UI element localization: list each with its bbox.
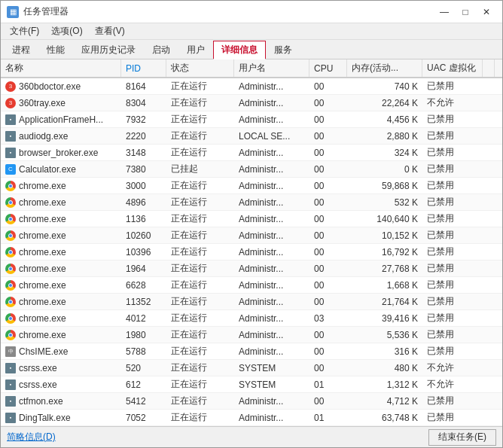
tab-app-history[interactable]: 应用历史记录 xyxy=(73,41,144,59)
cell-status: 正在运行 xyxy=(166,261,234,276)
col-name[interactable]: 名称 xyxy=(1,59,121,77)
cell-uac: 已禁用 xyxy=(422,327,483,343)
maximize-button[interactable]: □ xyxy=(456,5,475,20)
table-row[interactable]: ▪csrss.exe 520 正在运行 SYSTEM 00 480 K 不允许 xyxy=(1,360,502,376)
table-row[interactable]: chrome.exe 1136 正在运行 Administr... 00 140… xyxy=(1,211,502,227)
cell-status: 已挂起 xyxy=(166,161,234,177)
cell-cpu: 03 xyxy=(309,310,347,326)
cell-cpu: 00 xyxy=(309,145,347,160)
cell-uac: 已禁用 xyxy=(422,161,483,177)
table-row[interactable]: chrome.exe 10260 正在运行 Administr... 00 10… xyxy=(1,227,502,244)
tab-users[interactable]: 用户 xyxy=(178,41,213,59)
table-row[interactable]: ▪browser_broker.exe 3148 正在运行 Administr.… xyxy=(1,145,502,161)
table-row[interactable]: chrome.exe 4896 正在运行 Administr... 00 532… xyxy=(1,194,502,211)
cell-spacer xyxy=(483,111,495,127)
table-row[interactable]: chrome.exe 11352 正在运行 Administr... 00 21… xyxy=(1,294,502,310)
simple-info-link[interactable]: 简略信息(D) xyxy=(7,431,56,443)
cell-pid: 8304 xyxy=(121,95,166,111)
cell-cpu: 00 xyxy=(309,95,347,111)
table-row[interactable]: chrome.exe 6628 正在运行 Administr... 00 1,6… xyxy=(1,277,502,294)
table-row[interactable]: ▪ApplicationFrameH... 7932 正在运行 Administ… xyxy=(1,111,502,128)
tab-processes[interactable]: 进程 xyxy=(4,41,38,59)
cell-status: 正在运行 xyxy=(166,393,234,409)
cell-name: chrome.exe xyxy=(1,178,121,194)
col-user[interactable]: 用户名 xyxy=(234,59,309,77)
cell-cpu: 00 xyxy=(309,343,347,359)
cell-cpu: 00 xyxy=(309,227,347,243)
cell-user: Administr... xyxy=(234,194,309,210)
cell-uac: 已禁用 xyxy=(422,78,483,94)
tabs-bar: 进程 性能 应用历史记录 启动 用户 详细信息 服务 xyxy=(1,40,502,59)
menu-file[interactable]: 文件(F) xyxy=(4,23,45,40)
cell-memory: 316 K xyxy=(347,343,422,359)
table-row[interactable]: chrome.exe 4012 正在运行 Administr... 03 39,… xyxy=(1,310,502,327)
menu-view[interactable]: 查看(V) xyxy=(89,23,131,40)
tab-details[interactable]: 详细信息 xyxy=(213,41,266,59)
cell-cpu: 00 xyxy=(309,360,347,376)
cell-name: chrome.exe xyxy=(1,194,121,210)
cell-pid: 4896 xyxy=(121,194,166,210)
cell-user: Administr... xyxy=(234,227,309,243)
process-icon xyxy=(5,247,16,258)
cell-status: 正在运行 xyxy=(166,145,234,160)
tab-performance[interactable]: 性能 xyxy=(38,41,73,59)
cell-name: CCalculator.exe xyxy=(1,161,121,177)
table-row[interactable]: 3360bdoctor.exe 8164 正在运行 Administr... 0… xyxy=(1,78,502,95)
cell-name: chrome.exe xyxy=(1,294,121,309)
col-uac[interactable]: UAC 虚拟化 xyxy=(422,59,483,77)
process-icon xyxy=(5,230,16,241)
cell-uac: 已禁用 xyxy=(422,277,483,293)
cell-cpu: 00 xyxy=(309,78,347,94)
table-row[interactable]: 3360tray.exe 8304 正在运行 Administr... 00 2… xyxy=(1,95,502,111)
col-cpu[interactable]: CPU xyxy=(309,59,347,77)
cell-name: ▪csrss.exe xyxy=(1,376,121,392)
table-header: 名称 PID 状态 用户名 CPU 内存(活动... UAC 虚拟化 xyxy=(1,59,502,78)
close-button[interactable]: ✕ xyxy=(477,5,496,20)
cell-pid: 7052 xyxy=(121,410,166,425)
process-icon: 中 xyxy=(5,346,16,357)
cell-cpu: 00 xyxy=(309,244,347,260)
col-pid[interactable]: PID xyxy=(121,59,166,77)
cell-user: Administr... xyxy=(234,111,309,127)
process-icon: ▪ xyxy=(5,413,16,423)
cell-uac: 已禁用 xyxy=(422,244,483,260)
table-row[interactable]: chrome.exe 1964 正在运行 Administr... 00 27,… xyxy=(1,261,502,277)
col-status[interactable]: 状态 xyxy=(166,59,234,77)
end-task-button[interactable]: 结束任务(E) xyxy=(428,429,496,446)
cell-memory: 1,312 K xyxy=(347,376,422,392)
tab-services[interactable]: 服务 xyxy=(266,41,300,59)
cell-spacer xyxy=(483,393,495,409)
process-table: 名称 PID 状态 用户名 CPU 内存(活动... UAC 虚拟化 3360b… xyxy=(1,59,502,426)
cell-memory: 4,712 K xyxy=(347,393,422,409)
cell-user: Administr... xyxy=(234,393,309,409)
cell-cpu: 01 xyxy=(309,410,347,425)
cell-spacer xyxy=(483,194,495,210)
table-row[interactable]: chrome.exe 10396 正在运行 Administr... 00 16… xyxy=(1,244,502,261)
table-row[interactable]: ▪csrss.exe 612 正在运行 SYSTEM 01 1,312 K 不允… xyxy=(1,376,502,393)
table-row[interactable]: CCalculator.exe 7380 已挂起 Administr... 00… xyxy=(1,161,502,178)
table-row[interactable]: chrome.exe 1980 正在运行 Administr... 00 5,5… xyxy=(1,327,502,343)
cell-spacer xyxy=(483,211,495,227)
cell-spacer xyxy=(483,227,495,243)
cell-status: 正在运行 xyxy=(166,244,234,260)
title-left: ▦ 任务管理器 xyxy=(7,5,69,18)
table-row[interactable]: 中ChsIME.exe 5788 正在运行 Administr... 00 31… xyxy=(1,343,502,360)
cell-user: Administr... xyxy=(234,95,309,111)
cell-uac: 已禁用 xyxy=(422,294,483,309)
table-row[interactable]: ▪audiodg.exe 2220 正在运行 LOCAL SE... 00 2,… xyxy=(1,128,502,145)
cell-name: ▪ApplicationFrameH... xyxy=(1,111,121,127)
cell-user: Administr... xyxy=(234,145,309,160)
tab-startup[interactable]: 启动 xyxy=(144,41,178,59)
col-memory[interactable]: 内存(活动... xyxy=(347,59,422,77)
table-row[interactable]: ▪ctfmon.exe 5412 正在运行 Administr... 00 4,… xyxy=(1,393,502,410)
minimize-button[interactable]: — xyxy=(434,5,454,20)
table-row[interactable]: chrome.exe 3000 正在运行 Administr... 00 59,… xyxy=(1,178,502,194)
cell-pid: 6628 xyxy=(121,277,166,293)
table-row[interactable]: ▪DingTalk.exe 7052 正在运行 Administr... 01 … xyxy=(1,410,502,426)
menu-options[interactable]: 选项(O) xyxy=(45,23,88,40)
app-icon: ▦ xyxy=(7,6,19,18)
table-body[interactable]: 3360bdoctor.exe 8164 正在运行 Administr... 0… xyxy=(1,78,502,426)
cell-memory: 2,880 K xyxy=(347,128,422,144)
process-icon: ▪ xyxy=(5,396,16,407)
cell-uac: 已禁用 xyxy=(422,178,483,194)
